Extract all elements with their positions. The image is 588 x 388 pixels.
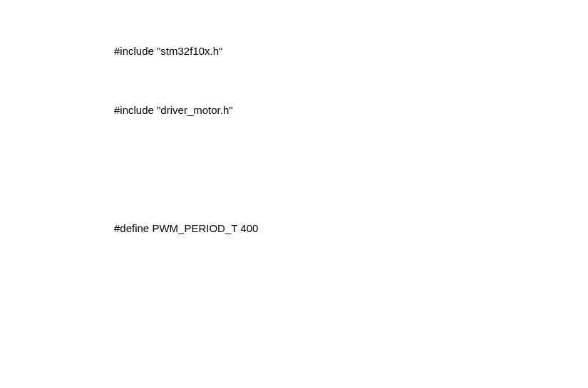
code-line <box>114 337 588 357</box>
code-line: #define PWM_PERIOD_T 400 <box>114 219 588 238</box>
code-line: #include "stm32f10x.h" <box>114 41 588 61</box>
code-content: #include "stm32f10x.h" #include "driver_… <box>114 1 588 388</box>
code-line <box>114 159 588 179</box>
code-line: #include "driver_motor.h" <box>114 100 588 120</box>
code-line <box>114 278 588 298</box>
